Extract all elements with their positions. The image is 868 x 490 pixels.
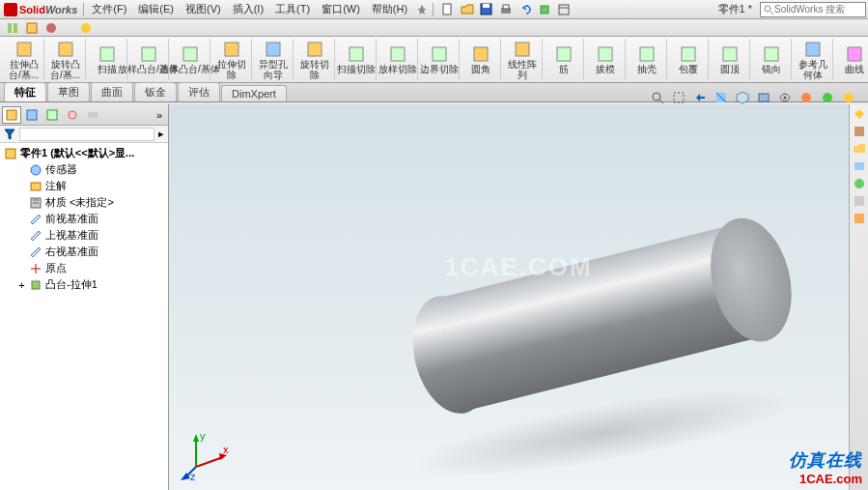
filter-icon[interactable] (4, 129, 15, 140)
shell-button[interactable]: 抽壳 (627, 39, 667, 80)
tree-item[interactable]: 注解 (2, 178, 166, 194)
search-box[interactable] (760, 2, 866, 17)
tree-item[interactable]: 右视基准面 (2, 244, 166, 260)
file-explorer-tab[interactable] (852, 141, 867, 157)
tree-root[interactable]: 零件1 (默认<<默认>显... (2, 145, 166, 161)
appearances-tab[interactable] (852, 176, 867, 191)
feature-tree-tab[interactable] (2, 106, 21, 124)
tree-root-label: 零件1 (默认<<默认>显... (20, 146, 134, 160)
qa-btn-1[interactable] (4, 20, 21, 36)
rib-icon (554, 44, 574, 64)
tree-item[interactable]: 前视基准面 (2, 211, 166, 227)
extrude-button[interactable]: 拉伸凸台/基... (4, 39, 44, 80)
svg-rect-29 (599, 47, 612, 61)
cut-sweep-button[interactable]: 扫描切除 (336, 39, 377, 80)
svg-rect-46 (7, 110, 16, 120)
svg-rect-47 (27, 110, 37, 120)
filter-arrow-icon[interactable]: ▸ (158, 128, 164, 140)
annotation-icon (29, 180, 42, 193)
ref-geom-button[interactable]: 参考几何体 (793, 39, 833, 80)
fillet-button[interactable]: 圆角 (461, 39, 501, 80)
tree-item[interactable]: 上视基准面 (2, 227, 166, 244)
wrap-button[interactable]: 包覆 (668, 39, 709, 80)
menu-窗口[interactable]: 窗口(W) (316, 2, 366, 16)
linear-pattern-icon (513, 40, 532, 59)
custom-props-tab[interactable] (852, 193, 867, 209)
tab-DimXpert[interactable]: DimXpert (221, 85, 287, 101)
menu-工具[interactable]: 工具(T) (269, 2, 316, 16)
loft-icon (139, 44, 158, 64)
sweep-icon (98, 44, 117, 64)
rebuild-button[interactable] (536, 2, 553, 17)
save-button[interactable] (478, 2, 495, 17)
svg-rect-32 (723, 47, 737, 61)
graphics-viewport[interactable]: 1CAE.COM y x z 仿真在线 1CAE.com (169, 104, 868, 490)
tab-草图[interactable]: 草图 (47, 82, 90, 101)
new-doc-button[interactable] (439, 2, 457, 17)
tab-钣金[interactable]: 钣金 (134, 82, 177, 101)
print-button[interactable] (497, 2, 515, 17)
undo-button[interactable] (517, 2, 534, 17)
menu-编辑[interactable]: 编辑(E) (132, 2, 180, 16)
dome-button[interactable]: 圆顶 (710, 39, 750, 80)
tree-filter-row: ▸ (0, 126, 168, 143)
pin-icon[interactable] (413, 2, 431, 17)
svg-rect-11 (14, 23, 17, 33)
tree-item[interactable]: 材质 <未指定> (2, 194, 166, 211)
draft-button[interactable]: 拔模 (585, 39, 626, 80)
design-library-tab[interactable] (852, 124, 867, 139)
display-manager-tab[interactable] (83, 106, 102, 124)
svg-rect-39 (674, 93, 684, 102)
document-title: 零件1 * (718, 2, 752, 16)
cut-revolve-icon (305, 40, 324, 59)
svg-line-9 (770, 12, 773, 14)
origin-icon (29, 262, 42, 275)
tree-item[interactable]: 原点 (2, 260, 166, 276)
panel-collapse-icon[interactable]: » (153, 109, 166, 121)
svg-rect-19 (183, 47, 197, 61)
tree-item[interactable]: +凸台-拉伸1 (2, 276, 166, 293)
menu-帮助[interactable]: 帮助(H) (366, 2, 413, 16)
linear-pattern-button[interactable]: 线性阵列 (502, 39, 543, 80)
dimxpert-tab[interactable] (63, 106, 82, 124)
qa-btn-2[interactable] (23, 20, 41, 36)
hole-wizard-button[interactable]: 异型孔向导 (253, 39, 294, 80)
qa-btn-3[interactable] (42, 20, 60, 36)
cut-revolve-button[interactable]: 旋转切除 (294, 39, 335, 80)
tree-item[interactable]: 传感器 (2, 161, 166, 178)
dome-icon (720, 44, 740, 64)
tab-特征[interactable]: 特征 (4, 82, 46, 101)
options-button[interactable] (555, 2, 573, 17)
cut-extrude-button[interactable]: 拉伸切除 (211, 39, 252, 80)
part-icon (4, 147, 17, 160)
qa-btn-4[interactable] (77, 20, 95, 36)
svg-point-71 (854, 179, 864, 188)
search-input[interactable] (774, 4, 852, 14)
rib-button[interactable]: 筋 (544, 39, 584, 80)
svg-rect-25 (433, 47, 446, 61)
config-manager-tab[interactable] (42, 106, 62, 124)
view-palette-tab[interactable] (852, 159, 867, 174)
cut-loft-button[interactable]: 放样切除 (378, 39, 418, 80)
feature-tree[interactable]: 零件1 (默认<<默认>显... 传感器注解材质 <未指定>前视基准面上视基准面… (0, 143, 168, 490)
resources-tab[interactable] (852, 106, 867, 122)
cut-boundary-button[interactable]: 边界切除 (419, 39, 460, 80)
orientation-triad[interactable]: y x z (177, 428, 231, 482)
tp-btn-7[interactable] (852, 211, 867, 226)
svg-rect-35 (848, 47, 861, 61)
property-manager-tab[interactable] (22, 106, 42, 124)
revolve-icon (56, 40, 75, 59)
plane-icon (29, 213, 42, 226)
tab-评估[interactable]: 评估 (178, 82, 220, 101)
revolve-button[interactable]: 旋转凸台/基... (45, 39, 86, 80)
boundary-button[interactable]: 边界凸台/基体 (170, 39, 210, 80)
mirror-button[interactable]: 镜向 (751, 39, 792, 80)
svg-rect-26 (474, 47, 488, 61)
menu-视图[interactable]: 视图(V) (180, 2, 227, 16)
curves-button[interactable]: 曲线 (834, 39, 868, 80)
tab-曲面[interactable]: 曲面 (91, 82, 133, 101)
open-button[interactable] (459, 2, 476, 17)
menu-插入[interactable]: 插入(I) (227, 2, 269, 16)
filter-input[interactable] (19, 128, 154, 141)
menu-文件[interactable]: 文件(F) (86, 2, 132, 16)
